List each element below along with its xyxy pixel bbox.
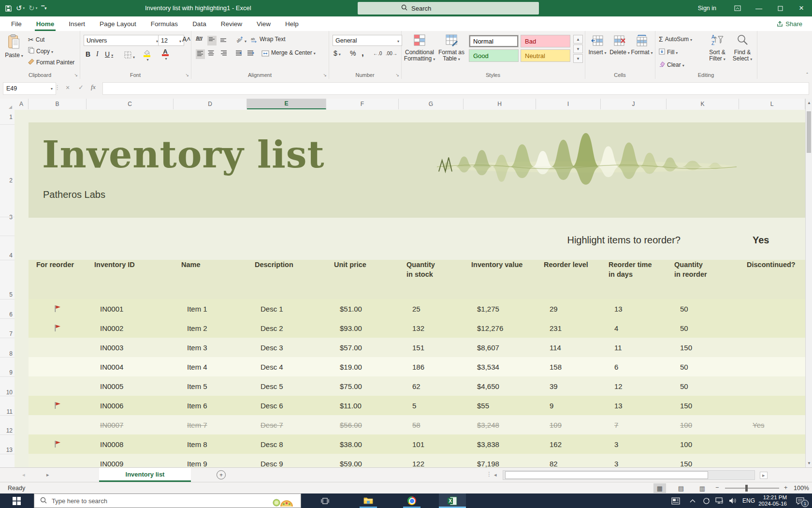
number-dialog-launcher-icon[interactable]: ↘: [395, 73, 399, 77]
table-row-in0008[interactable]: IN0008Item 8Desc 8$38.00101$3,8381623100: [29, 434, 805, 454]
menu-tab-review[interactable]: Review: [214, 16, 249, 31]
zoom-out-icon[interactable]: −: [715, 484, 719, 491]
copy-button[interactable]: Copy: [28, 47, 53, 56]
increase-font-icon[interactable]: A˄: [182, 35, 191, 43]
undo-dropdown-icon[interactable]: ▾: [23, 6, 25, 10]
save-icon[interactable]: [5, 5, 12, 12]
scroll-up-icon[interactable]: ▲: [807, 101, 811, 105]
row-header-3[interactable]: 3: [0, 214, 13, 221]
style-good[interactable]: Good: [469, 49, 519, 62]
column-header-L[interactable]: L: [739, 99, 805, 109]
wrap-text-label[interactable]: Wrap Text: [260, 36, 286, 43]
sheet-nav-right-icon[interactable]: ▸: [46, 472, 49, 478]
delete-cells-button[interactable]: Delete: [609, 35, 630, 56]
font-color-button[interactable]: A: [162, 49, 169, 61]
style-bad[interactable]: Bad: [521, 35, 570, 47]
column-header-E[interactable]: E: [247, 99, 326, 109]
decrease-indent-icon[interactable]: [235, 49, 243, 58]
menu-tab-file[interactable]: File: [4, 16, 29, 31]
number-format-select[interactable]: General: [333, 35, 402, 46]
hscroll-track[interactable]: [503, 470, 755, 480]
sheet-nav-left-icon[interactable]: ◂: [22, 472, 25, 478]
format-painter-button[interactable]: Format Painter: [28, 58, 74, 67]
sheet-grid[interactable]: Inventory list Patheros Labs Highlight i…: [14, 110, 805, 467]
table-row-in0005[interactable]: IN0005Item 5Desc 5$75.0062$4,650391250: [29, 376, 805, 396]
sheet-tab-inventory-list[interactable]: Inventory list: [99, 468, 191, 482]
row-header-9[interactable]: 9: [0, 369, 13, 376]
redo-button[interactable]: ↻▾: [29, 4, 37, 13]
normal-view-button[interactable]: ▦: [653, 483, 666, 493]
clipboard-dialog-launcher-icon[interactable]: ↘: [74, 73, 78, 77]
increase-decimal-icon[interactable]: ←.0: [373, 51, 382, 56]
column-header-C[interactable]: C: [87, 99, 174, 109]
redo-dropdown-icon[interactable]: ▾: [36, 6, 38, 10]
borders-button[interactable]: [124, 51, 135, 60]
scroll-down-icon[interactable]: ▼: [807, 461, 811, 465]
row-header-8[interactable]: 8: [0, 350, 13, 357]
merge-center-label[interactable]: Merge & Center: [271, 49, 316, 56]
increase-indent-icon[interactable]: [247, 49, 254, 58]
align-center-icon[interactable]: [207, 49, 215, 58]
sign-in-button[interactable]: Sign in: [698, 5, 716, 12]
row-header-1[interactable]: 1: [0, 114, 13, 120]
row-header-4[interactable]: 4: [0, 252, 13, 259]
share-button[interactable]: Share: [777, 16, 802, 31]
tab-scroll-divider[interactable]: ⋮: [486, 471, 492, 478]
formula-input[interactable]: [102, 82, 809, 95]
row-header-5[interactable]: 5: [0, 291, 13, 298]
menu-tab-data[interactable]: Data: [185, 16, 214, 31]
styles-scroll-up-icon[interactable]: ▲: [573, 35, 583, 44]
insert-function-icon[interactable]: fx: [91, 83, 96, 91]
volume-icon[interactable]: [726, 493, 740, 508]
menu-tab-page-layout[interactable]: Page Layout: [92, 16, 144, 31]
hscroll-right-icon[interactable]: ▸: [760, 472, 768, 479]
vertical-scrollbar[interactable]: ▲ ▼: [805, 99, 812, 482]
close-button[interactable]: ×: [791, 0, 812, 16]
style-normal[interactable]: Normal: [469, 35, 519, 47]
column-header-J[interactable]: J: [601, 99, 667, 109]
column-header-D[interactable]: D: [174, 99, 247, 109]
ribbon-display-options-icon[interactable]: [727, 0, 748, 16]
undo-button[interactable]: ↺▾: [16, 4, 25, 13]
insert-cells-button[interactable]: Insert: [587, 35, 608, 56]
format-as-table-button[interactable]: Format as Table: [437, 34, 466, 62]
collapse-ribbon-icon[interactable]: ˆ: [806, 72, 808, 78]
tray-expand-icon[interactable]: [686, 493, 699, 508]
maximize-button[interactable]: [769, 0, 791, 16]
table-row-in0006[interactable]: IN0006Item 6Desc 6$11.005$55913150: [29, 396, 805, 415]
new-sheet-icon[interactable]: +: [217, 470, 226, 479]
minimize-button[interactable]: —: [748, 0, 769, 16]
column-header-F[interactable]: F: [326, 99, 399, 109]
name-box-divider[interactable]: ⋮: [54, 84, 60, 91]
fill-color-button[interactable]: [144, 49, 150, 62]
align-middle-icon[interactable]: [207, 36, 217, 45]
clear-button[interactable]: Clear: [659, 60, 684, 69]
news-widget-icon[interactable]: [666, 493, 685, 508]
column-header-A[interactable]: A: [14, 99, 29, 109]
page-layout-view-button[interactable]: ▤: [675, 483, 687, 493]
align-bottom-icon[interactable]: [220, 36, 227, 45]
taskbar-search[interactable]: Type here to search: [34, 493, 301, 508]
onedrive-sync-icon[interactable]: [700, 493, 712, 508]
wrap-text-icon[interactable]: ab: [251, 36, 258, 45]
percent-style-button[interactable]: %: [350, 49, 356, 57]
customize-quick-access-icon[interactable]: ▔▾: [41, 6, 46, 11]
underline-button[interactable]: U: [105, 50, 113, 58]
table-row-in0003[interactable]: IN0003Item 3Desc 3$57.00151$8,6071141115…: [29, 338, 805, 357]
search-box[interactable]: Search: [358, 2, 539, 15]
vscroll-thumb[interactable]: [807, 111, 811, 153]
row-header-2[interactable]: 2: [0, 177, 13, 184]
menu-tab-help[interactable]: Help: [278, 16, 306, 31]
styles-scroll-down-icon[interactable]: ▼: [573, 45, 583, 53]
comma-style-button[interactable]: ,: [362, 48, 364, 58]
font-size-select[interactable]: 12: [158, 35, 184, 46]
autosum-button[interactable]: Σ AutoSum: [659, 35, 692, 43]
font-family-select[interactable]: Univers: [84, 35, 161, 46]
table-row-in0007[interactable]: IN0007Item 7Desc 7$56.0058$3,2481097100Y…: [29, 415, 805, 434]
row-header-10[interactable]: 10: [0, 389, 13, 396]
row-header-13[interactable]: 13: [0, 447, 13, 453]
name-box-dropdown-icon[interactable]: ▾: [51, 87, 53, 91]
table-row-in0009[interactable]: IN0009Item 9Desc 9$59.00122$7,198823150: [29, 454, 805, 467]
column-header-K[interactable]: K: [667, 99, 739, 109]
fill-button[interactable]: Fill: [659, 48, 678, 57]
